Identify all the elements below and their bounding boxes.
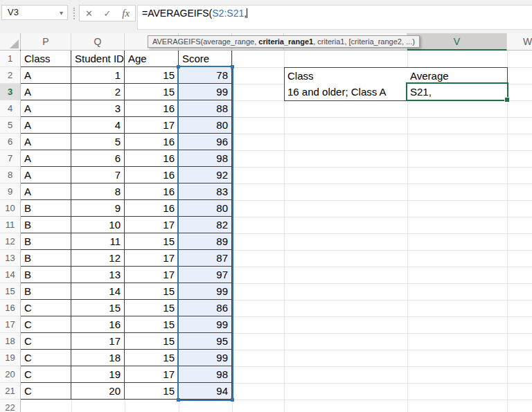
chevron-down-icon[interactable]: ▾ (60, 6, 63, 20)
cell-S19[interactable]: 99 (179, 350, 232, 366)
column-header-Q[interactable]: Q (71, 33, 125, 51)
cell-R21[interactable]: 15 (125, 383, 179, 400)
cell-S12[interactable]: 89 (179, 233, 232, 250)
cell-P3[interactable]: A (21, 84, 71, 100)
cell-R16[interactable]: 15 (125, 300, 179, 316)
row-header-11[interactable]: 11 (0, 217, 20, 233)
row-header-1[interactable]: 1 (0, 51, 20, 67)
row-header-18[interactable]: 18 (0, 333, 20, 350)
cancel-icon[interactable]: ✕ (85, 8, 93, 19)
cell-R2[interactable]: 15 (125, 67, 179, 84)
cell-S3[interactable]: 99 (179, 84, 232, 100)
row-header-20[interactable]: 20 (0, 366, 20, 383)
cell-P2[interactable]: A (21, 67, 71, 84)
row-header-5[interactable]: 5 (0, 117, 20, 134)
cell-P20[interactable]: C (21, 366, 71, 383)
cell-P6[interactable]: A (21, 134, 71, 150)
cell-S7[interactable]: 98 (179, 150, 232, 167)
cell-S6[interactable]: 96 (179, 134, 232, 150)
name-box[interactable]: V3 ▾ (1, 5, 68, 20)
cell-Q12[interactable]: 11 (71, 233, 125, 250)
cell-Q9[interactable]: 8 (71, 183, 125, 200)
row-header-17[interactable]: 17 (0, 316, 20, 333)
cell-S11[interactable]: 82 (179, 217, 232, 233)
cell-S1[interactable]: Score (179, 51, 232, 67)
row-header-8[interactable]: 8 (0, 167, 20, 183)
cell-R19[interactable]: 15 (125, 350, 179, 366)
row-header-6[interactable]: 6 (0, 134, 20, 150)
row-header-21[interactable]: 21 (0, 383, 20, 400)
cell-U3[interactable]: 16 and older; Class A (284, 84, 408, 101)
row-header-2[interactable]: 2 (0, 67, 20, 84)
cell-S20[interactable]: 98 (179, 366, 232, 383)
row-header-4[interactable]: 4 (0, 100, 20, 117)
cell-Q4[interactable]: 3 (71, 100, 125, 117)
column-header-W[interactable]: W (507, 33, 532, 51)
cell-P14[interactable]: B (21, 267, 71, 283)
cell-R12[interactable]: 15 (125, 233, 179, 250)
cell-P8[interactable]: A (21, 167, 71, 183)
cell-Q10[interactable]: 9 (71, 200, 125, 217)
cell-P21[interactable]: C (21, 383, 71, 400)
cell-S17[interactable]: 99 (179, 316, 232, 333)
cell-Q20[interactable]: 19 (71, 366, 125, 383)
cell-Q13[interactable]: 12 (71, 250, 125, 267)
cell-S10[interactable]: 80 (179, 200, 232, 217)
cell-P10[interactable]: B (21, 200, 71, 217)
cell-Q7[interactable]: 6 (71, 150, 125, 167)
cell-R11[interactable]: 17 (125, 217, 179, 233)
cell-R10[interactable]: 16 (125, 200, 179, 217)
cell-R8[interactable]: 16 (125, 167, 179, 183)
cell-R17[interactable]: 15 (125, 316, 179, 333)
cell-Q6[interactable]: 5 (71, 134, 125, 150)
row-header-14[interactable]: 14 (0, 267, 20, 283)
cell-S14[interactable]: 97 (179, 267, 232, 283)
cell-R9[interactable]: 16 (125, 183, 179, 200)
cell-Q18[interactable]: 17 (71, 333, 125, 350)
cell-Q2[interactable]: 1 (71, 67, 125, 84)
cell-U2[interactable]: Class (284, 67, 408, 84)
row-header-3[interactable]: 3 (0, 84, 20, 100)
cell-Q21[interactable]: 20 (71, 383, 125, 400)
cell-Q19[interactable]: 18 (71, 350, 125, 366)
row-header-15[interactable]: 15 (0, 283, 20, 300)
cell-R3[interactable]: 15 (125, 84, 179, 100)
column-header-P[interactable]: P (21, 33, 71, 51)
cell-R15[interactable]: 15 (125, 283, 179, 300)
cell-Q17[interactable]: 16 (71, 316, 125, 333)
cell-P5[interactable]: A (21, 117, 71, 134)
formula-input[interactable]: =AVERAGEIFS(S2:S21, (137, 5, 532, 30)
cell-S15[interactable]: 99 (179, 283, 232, 300)
cell-Q16[interactable]: 15 (71, 300, 125, 316)
cell-Q1[interactable]: Student ID (71, 51, 125, 67)
row-header-19[interactable]: 19 (0, 350, 20, 366)
insert-function-icon[interactable]: fx (122, 8, 130, 19)
cell-R20[interactable]: 17 (125, 366, 179, 383)
cell-S2[interactable]: 78 (179, 67, 232, 84)
cell-P1[interactable]: Class (21, 51, 71, 67)
cell-S4[interactable]: 88 (179, 100, 232, 117)
cell-P16[interactable]: C (21, 300, 71, 316)
cell-S5[interactable]: 80 (179, 117, 232, 134)
fill-handle[interactable] (504, 97, 510, 102)
row-header-13[interactable]: 13 (0, 250, 20, 267)
cell-Q5[interactable]: 4 (71, 117, 125, 134)
cell-P9[interactable]: A (21, 183, 71, 200)
column-header-V[interactable]: V (407, 33, 507, 51)
cell-R4[interactable]: 16 (125, 100, 179, 117)
cell-Q15[interactable]: 14 (71, 283, 125, 300)
cell-P18[interactable]: C (21, 333, 71, 350)
row-header-12[interactable]: 12 (0, 233, 20, 250)
cell-S16[interactable]: 86 (179, 300, 232, 316)
active-cell-V3[interactable]: S21, (406, 82, 508, 101)
cell-S8[interactable]: 92 (179, 167, 232, 183)
cell-P4[interactable]: A (21, 100, 71, 117)
cell-R6[interactable]: 16 (125, 134, 179, 150)
cell-P12[interactable]: B (21, 233, 71, 250)
cell-Q3[interactable]: 2 (71, 84, 125, 100)
cell-S21[interactable]: 94 (179, 383, 232, 400)
cell-S9[interactable]: 83 (179, 183, 232, 200)
cell-P7[interactable]: A (21, 150, 71, 167)
cell-S13[interactable]: 87 (179, 250, 232, 267)
cell-Q14[interactable]: 13 (71, 267, 125, 283)
